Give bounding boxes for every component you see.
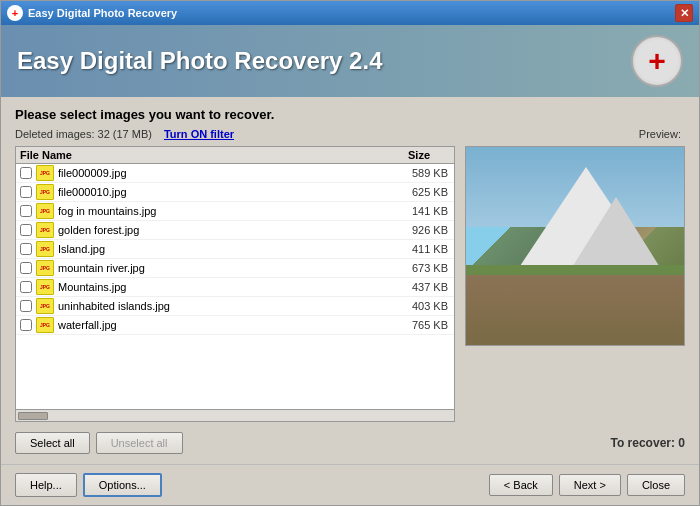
table-row[interactable]: file000010.jpg625 KB bbox=[16, 183, 454, 202]
file-checkbox[interactable] bbox=[20, 319, 32, 331]
file-list-header: File Name Size bbox=[16, 147, 454, 164]
file-checkbox[interactable] bbox=[20, 205, 32, 217]
file-type-icon bbox=[36, 222, 54, 238]
file-size: 625 KB bbox=[390, 186, 450, 198]
horizontal-scrollbar[interactable] bbox=[16, 409, 454, 421]
col-size-header: Size bbox=[390, 149, 450, 161]
instruction-text: Please select images you want to recover… bbox=[15, 107, 685, 122]
table-row[interactable]: Mountains.jpg437 KB bbox=[16, 278, 454, 297]
table-row[interactable]: golden forest.jpg926 KB bbox=[16, 221, 454, 240]
app-logo: + bbox=[631, 35, 683, 87]
content-area: Please select images you want to recover… bbox=[1, 97, 699, 464]
file-name: file000009.jpg bbox=[58, 167, 386, 179]
title-bar: + Easy Digital Photo Recovery ✕ bbox=[1, 1, 699, 25]
back-button[interactable]: < Back bbox=[489, 474, 553, 496]
file-list-body[interactable]: file000009.jpg589 KBfile000010.jpg625 KB… bbox=[16, 164, 454, 409]
table-row[interactable]: file000009.jpg589 KB bbox=[16, 164, 454, 183]
file-size: 926 KB bbox=[390, 224, 450, 236]
file-name: waterfall.jpg bbox=[58, 319, 386, 331]
deleted-info: Deleted images: 32 (17 MB) bbox=[15, 128, 152, 140]
app-icon: + bbox=[7, 5, 23, 21]
file-checkbox[interactable] bbox=[20, 167, 32, 179]
table-row[interactable]: waterfall.jpg765 KB bbox=[16, 316, 454, 335]
file-type-icon bbox=[36, 279, 54, 295]
file-type-icon bbox=[36, 241, 54, 257]
app-title: Easy Digital Photo Recovery 2.4 bbox=[17, 47, 382, 75]
select-all-button[interactable]: Select all bbox=[15, 432, 90, 454]
preview-container bbox=[465, 146, 685, 422]
file-checkbox[interactable] bbox=[20, 300, 32, 312]
file-size: 673 KB bbox=[390, 262, 450, 274]
file-type-icon bbox=[36, 298, 54, 314]
table-row[interactable]: uninhabited islands.jpg403 KB bbox=[16, 297, 454, 316]
table-row[interactable]: Island.jpg411 KB bbox=[16, 240, 454, 259]
file-type-icon bbox=[36, 203, 54, 219]
file-type-icon bbox=[36, 165, 54, 181]
main-window: + Easy Digital Photo Recovery ✕ Easy Dig… bbox=[0, 0, 700, 506]
close-window-button[interactable]: ✕ bbox=[675, 4, 693, 22]
close-button[interactable]: Close bbox=[627, 474, 685, 496]
title-bar-left: + Easy Digital Photo Recovery bbox=[7, 5, 177, 21]
file-checkbox[interactable] bbox=[20, 262, 32, 274]
header-banner: Easy Digital Photo Recovery 2.4 + bbox=[1, 25, 699, 97]
footer: Help... Options... < Back Next > Close bbox=[1, 464, 699, 505]
to-recover-value: 0 bbox=[678, 436, 685, 450]
scrollbar-h-thumb[interactable] bbox=[18, 412, 48, 420]
info-row: Deleted images: 32 (17 MB) Turn ON filte… bbox=[15, 128, 685, 140]
file-checkbox[interactable] bbox=[20, 224, 32, 236]
preview-ground bbox=[466, 275, 684, 345]
preview-label: Preview: bbox=[639, 128, 685, 140]
file-size: 141 KB bbox=[390, 205, 450, 217]
file-list-container: File Name Size file000009.jpg589 KBfile0… bbox=[15, 146, 455, 422]
col-filename-header: File Name bbox=[20, 149, 390, 161]
unselect-all-button[interactable]: Unselect all bbox=[96, 432, 183, 454]
help-button[interactable]: Help... bbox=[15, 473, 77, 497]
file-name: Mountains.jpg bbox=[58, 281, 386, 293]
file-size: 589 KB bbox=[390, 167, 450, 179]
file-checkbox[interactable] bbox=[20, 186, 32, 198]
footer-right: < Back Next > Close bbox=[489, 474, 685, 496]
file-type-icon bbox=[36, 317, 54, 333]
file-size: 403 KB bbox=[390, 300, 450, 312]
footer-left: Help... Options... bbox=[15, 473, 162, 497]
file-name: uninhabited islands.jpg bbox=[58, 300, 386, 312]
file-size: 765 KB bbox=[390, 319, 450, 331]
file-size: 437 KB bbox=[390, 281, 450, 293]
filter-link[interactable]: Turn ON filter bbox=[164, 128, 234, 140]
window-title: Easy Digital Photo Recovery bbox=[28, 7, 177, 19]
file-checkbox[interactable] bbox=[20, 281, 32, 293]
next-button[interactable]: Next > bbox=[559, 474, 621, 496]
file-size: 411 KB bbox=[390, 243, 450, 255]
bottom-controls: Select all Unselect all To recover: 0 bbox=[15, 432, 685, 454]
file-name: golden forest.jpg bbox=[58, 224, 386, 236]
file-type-icon bbox=[36, 184, 54, 200]
file-name: mountain river.jpg bbox=[58, 262, 386, 274]
file-checkbox[interactable] bbox=[20, 243, 32, 255]
file-name: Island.jpg bbox=[58, 243, 386, 255]
to-recover: To recover: 0 bbox=[611, 436, 686, 450]
select-buttons: Select all Unselect all bbox=[15, 432, 183, 454]
table-row[interactable]: mountain river.jpg673 KB bbox=[16, 259, 454, 278]
main-area: File Name Size file000009.jpg589 KBfile0… bbox=[15, 146, 685, 422]
table-row[interactable]: fog in mountains.jpg141 KB bbox=[16, 202, 454, 221]
options-button[interactable]: Options... bbox=[83, 473, 162, 497]
to-recover-label: To recover: bbox=[611, 436, 675, 450]
file-name: fog in mountains.jpg bbox=[58, 205, 386, 217]
file-name: file000010.jpg bbox=[58, 186, 386, 198]
preview-image bbox=[465, 146, 685, 346]
file-type-icon bbox=[36, 260, 54, 276]
